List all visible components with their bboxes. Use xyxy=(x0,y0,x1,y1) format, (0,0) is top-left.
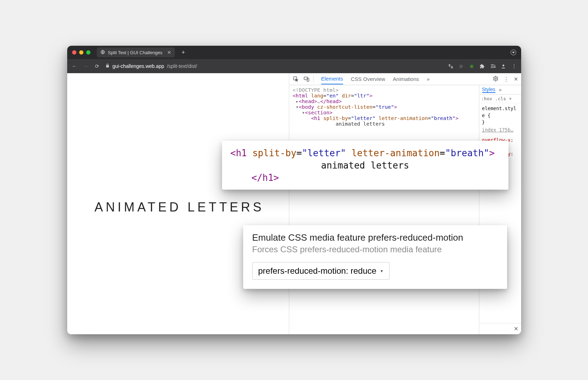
device-toolbar-icon[interactable] xyxy=(303,75,310,83)
dom-doctype: <!DOCTYPE html> xyxy=(293,87,339,93)
emulate-callout-desc: Forces CSS prefers-reduced-motion media … xyxy=(252,245,498,254)
devtools-tab-bar: Elements CSS Overview Animations » ⋮ ✕ xyxy=(289,73,521,85)
minimize-window-button[interactable] xyxy=(79,50,83,55)
zoom-window-button[interactable] xyxy=(86,50,90,55)
address-bar[interactable]: gui-challenges.web.app/split-text/dist/ xyxy=(105,63,443,69)
chevron-down-icon: ▼ xyxy=(380,269,384,273)
overflow-menu-icon[interactable]: ⋮ xyxy=(511,63,517,69)
close-devtools-icon[interactable]: ✕ xyxy=(514,76,518,82)
lock-icon xyxy=(105,63,110,69)
tab-css-overview[interactable]: CSS Overview xyxy=(351,74,385,84)
emulate-callout: Emulate CSS media feature prefers-reduce… xyxy=(243,225,507,289)
extensions-icon[interactable] xyxy=(480,63,485,69)
svg-point-1 xyxy=(470,64,474,68)
tab-elements[interactable]: Elements xyxy=(321,74,343,84)
gear-icon[interactable] xyxy=(493,76,499,83)
svg-point-2 xyxy=(502,64,504,66)
new-tab-button[interactable]: + xyxy=(181,49,185,56)
tab-styles[interactable]: Styles xyxy=(482,87,495,93)
tabs-overflow-icon[interactable]: » xyxy=(427,76,430,82)
tab-animations[interactable]: Animations xyxy=(393,74,419,84)
url-host: gui-challenges.web.app xyxy=(113,63,164,69)
rendered-page: ANIMATED LETTERS xyxy=(67,73,289,334)
drawer-close-icon[interactable]: ✕ xyxy=(479,323,521,334)
forward-button[interactable]: → xyxy=(83,63,89,69)
dom-tree[interactable]: <!DOCTYPE html> <html lang="en" dir="ltr… xyxy=(289,85,479,334)
element-style-selector: element.style { xyxy=(482,105,518,119)
kebab-menu-icon[interactable]: ⋮ xyxy=(504,76,509,82)
inspect-element-icon[interactable] xyxy=(292,75,300,83)
brush-icon[interactable] xyxy=(469,63,475,69)
cls-button[interactable]: .cls xyxy=(495,96,506,101)
url-path: /split-text/dist/ xyxy=(167,63,197,69)
close-window-button[interactable] xyxy=(72,50,76,55)
tab-close-icon[interactable]: ✕ xyxy=(167,50,171,55)
code-callout-text: animated letters xyxy=(230,159,500,172)
page-heading: ANIMATED LETTERS xyxy=(95,200,264,215)
browser-tab[interactable]: Split Text | GUI Challenges ✕ xyxy=(97,48,175,57)
emulate-callout-select[interactable]: prefers-reduced-motion: reduce ▼ xyxy=(252,262,390,280)
svg-point-6 xyxy=(495,78,496,79)
globe-icon xyxy=(100,50,105,56)
emulate-callout-title: Emulate CSS media feature prefers-reduce… xyxy=(252,232,498,243)
avatar-icon[interactable] xyxy=(501,63,506,69)
hov-button[interactable]: :hov xyxy=(481,96,492,101)
star-icon[interactable]: ☆ xyxy=(459,63,464,69)
tab-title: Split Text | GUI Challenges xyxy=(108,50,163,55)
titlebar: Split Text | GUI Challenges ✕ + xyxy=(67,46,521,59)
devtools-panel: Elements CSS Overview Animations » ⋮ ✕ <… xyxy=(289,73,521,334)
browser-window: Split Text | GUI Challenges ✕ + ← → ⟳ gu… xyxy=(67,46,521,334)
styles-pane: Styles » :hov .cls + element.style { } i… xyxy=(479,85,521,334)
traffic-lights xyxy=(72,50,90,55)
translate-icon[interactable] xyxy=(448,63,454,69)
code-callout-close: </h1> xyxy=(252,172,279,183)
reload-button[interactable]: ⟳ xyxy=(94,63,100,69)
user-badge-icon[interactable] xyxy=(511,50,516,55)
omnibox-bar: ← → ⟳ gui-challenges.web.app/split-text/… xyxy=(67,59,521,73)
reading-list-icon[interactable] xyxy=(490,63,496,69)
source-link[interactable]: index 175b… xyxy=(482,127,518,134)
toolbar-icons: ☆ ⋮ xyxy=(448,63,517,69)
code-callout: <h1 split-by="letter" letter-animation="… xyxy=(222,141,508,190)
styles-overflow-icon[interactable]: » xyxy=(499,87,502,93)
back-button[interactable]: ← xyxy=(71,63,78,69)
add-rule-button[interactable]: + xyxy=(509,96,512,101)
